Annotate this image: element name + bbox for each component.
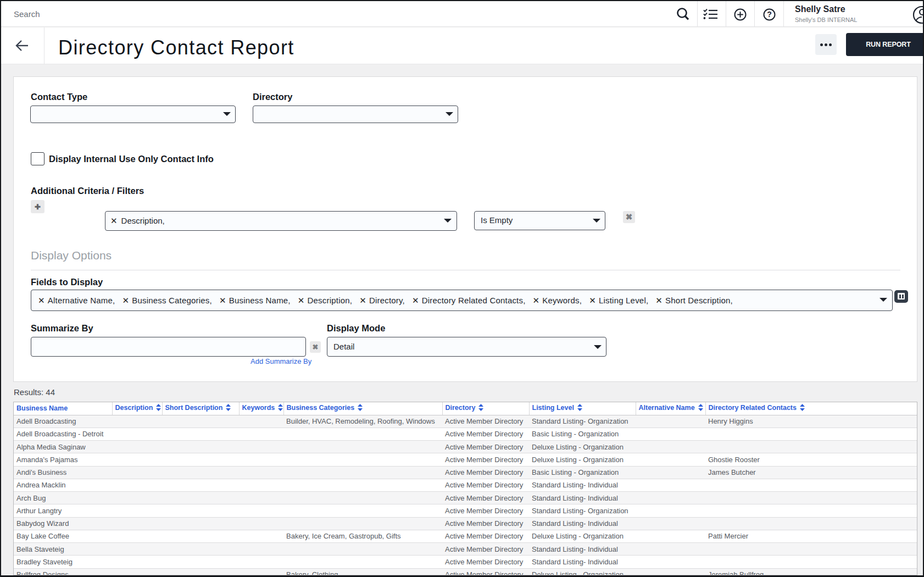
- svg-text:?: ?: [767, 10, 772, 19]
